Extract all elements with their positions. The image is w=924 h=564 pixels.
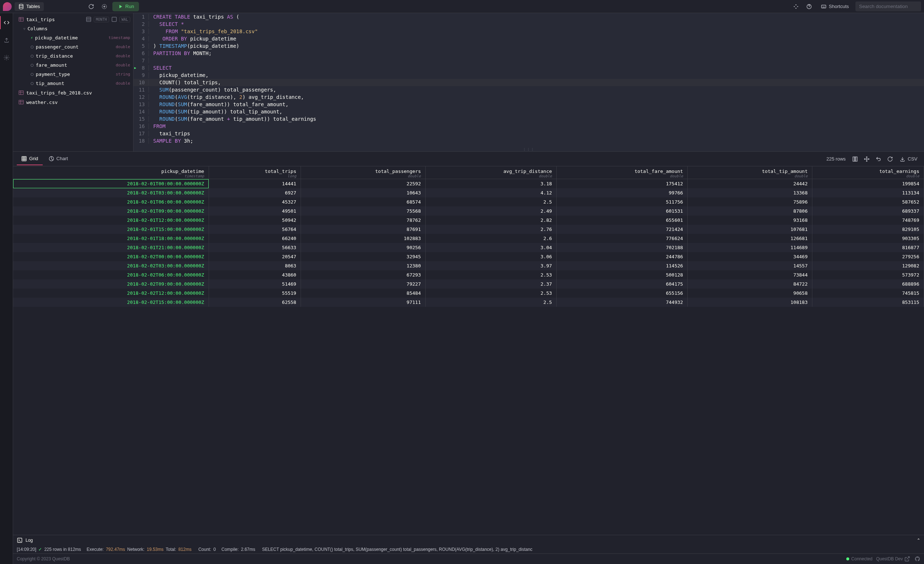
cell[interactable]: 721424 (556, 225, 688, 234)
github-icon[interactable] (915, 556, 920, 562)
col-header-total_fare_amount[interactable]: total_fare_amountdouble (556, 166, 688, 179)
table-row[interactable]: 2018-02-01T00:00:00.000000Z14441225923.1… (13, 179, 924, 189)
cell[interactable]: 2018-02-01T00:00:00.000000Z (13, 179, 208, 189)
editor-line[interactable]: 4 ORDER BY pickup_datetime (134, 35, 924, 42)
app-logo[interactable] (3, 2, 12, 11)
rail-settings[interactable] (0, 51, 13, 64)
column-passenger_count[interactable]: passenger_countdouble (13, 42, 133, 51)
table-row[interactable]: 2018-02-02T15:00:00.000000Z62558971112.5… (13, 298, 924, 307)
editor-line[interactable]: 13 ROUND(SUM(fare_amount)) total_fare_am… (134, 101, 924, 108)
cell[interactable]: 3.06 (425, 252, 556, 261)
cell[interactable]: 99766 (556, 188, 688, 197)
cell[interactable]: 745815 (812, 289, 924, 298)
cell[interactable]: 113134 (812, 188, 924, 197)
cell[interactable]: 56633 (208, 243, 301, 252)
table-row[interactable]: 2018-02-02T00:00:00.000000Z20547329453.0… (13, 252, 924, 261)
slack-button[interactable] (791, 2, 801, 12)
editor-line[interactable]: 5) TIMESTAMP(pickup_datetime) (134, 42, 924, 50)
cell[interactable]: 2018-02-02T00:00:00.000000Z (13, 252, 208, 261)
cell[interactable]: 2.6 (425, 234, 556, 243)
table-row[interactable]: 2018-02-01T21:00:00.000000Z56633902563.0… (13, 243, 924, 252)
table-weather-csv[interactable]: weather.csv (13, 98, 133, 107)
cell[interactable]: 2.49 (425, 207, 556, 216)
cell[interactable]: 56764 (208, 225, 301, 234)
cell[interactable]: 3.04 (425, 243, 556, 252)
cell[interactable]: 66240 (208, 234, 301, 243)
cell[interactable]: 2018-02-01T03:00:00.000000Z (13, 188, 208, 197)
sql-editor[interactable]: 1CREATE TABLE taxi_trips AS (2 SELECT *3… (134, 13, 924, 152)
cell[interactable]: 2018-02-01T15:00:00.000000Z (13, 225, 208, 234)
table-taxi-trips[interactable]: taxi_trips MONTH WAL (13, 15, 133, 24)
cell[interactable]: 2018-02-01T18:00:00.000000Z (13, 234, 208, 243)
cell[interactable]: 93168 (688, 216, 812, 225)
table-row[interactable]: 2018-02-02T06:00:00.000000Z43860672932.5… (13, 270, 924, 279)
editor-line[interactable]: 18SAMPLE BY 3h; (134, 137, 924, 144)
col-header-avg_trip_distance[interactable]: avg_trip_distancedouble (425, 166, 556, 179)
editor-line[interactable]: ▶8SELECT (134, 64, 924, 72)
cell[interactable]: 34469 (688, 252, 812, 261)
table-row[interactable]: 2018-02-02T12:00:00.000000Z55519854842.5… (13, 289, 924, 298)
rail-editor[interactable] (0, 16, 13, 29)
cell[interactable]: 2018-02-01T12:00:00.000000Z (13, 216, 208, 225)
cell[interactable]: 12380 (301, 261, 426, 270)
cell[interactable]: 2018-02-02T06:00:00.000000Z (13, 270, 208, 279)
cell[interactable]: 3.97 (425, 261, 556, 270)
cell[interactable]: 2.53 (425, 289, 556, 298)
cell[interactable]: 55519 (208, 289, 301, 298)
table-row[interactable]: 2018-02-02T03:00:00.000000Z8063123803.97… (13, 261, 924, 270)
undo-button[interactable] (873, 154, 884, 164)
dev-link[interactable]: QuestDB Dev (876, 556, 903, 561)
cell[interactable]: 688896 (812, 279, 924, 289)
shortcuts-button[interactable]: Shortcuts (817, 2, 852, 11)
cell[interactable]: 20547 (208, 252, 301, 261)
csv-button[interactable]: CSV (897, 154, 920, 164)
cell[interactable]: 2.76 (425, 225, 556, 234)
cell[interactable]: 87806 (688, 207, 812, 216)
cell[interactable]: 511756 (556, 197, 688, 207)
tables-dropdown[interactable]: Tables (15, 2, 44, 11)
cell[interactable]: 175412 (556, 179, 688, 189)
table-row[interactable]: 2018-02-02T09:00:00.000000Z51469792272.3… (13, 279, 924, 289)
cell[interactable]: 10643 (301, 188, 426, 197)
rail-upload[interactable] (0, 34, 13, 47)
column-fare_amount[interactable]: fare_amountdouble (13, 60, 133, 70)
editor-line[interactable]: 7 (134, 57, 924, 64)
column-payment_type[interactable]: payment_typestring (13, 70, 133, 79)
cell[interactable]: 13368 (688, 188, 812, 197)
cell[interactable]: 3.18 (425, 179, 556, 189)
freeze-button[interactable] (850, 154, 860, 164)
table-row[interactable]: 2018-02-01T03:00:00.000000Z6927106434.12… (13, 188, 924, 197)
col-header-total_passengers[interactable]: total_passengersdouble (301, 166, 426, 179)
editor-line[interactable]: 9 pickup_datetime, (134, 72, 924, 79)
cell[interactable]: 244786 (556, 252, 688, 261)
log-toggle[interactable]: Log ⌃ (13, 535, 924, 545)
cell[interactable]: 8063 (208, 261, 301, 270)
cell[interactable]: 199854 (812, 179, 924, 189)
run-button[interactable]: Run (112, 2, 140, 11)
editor-line[interactable]: 10 COUNT() total_trips, (134, 79, 924, 86)
cell[interactable]: 67293 (301, 270, 426, 279)
cell[interactable]: 2018-02-01T06:00:00.000000Z (13, 197, 208, 207)
cell[interactable]: 102883 (301, 234, 426, 243)
cell[interactable]: 68574 (301, 197, 426, 207)
cell[interactable]: 2018-02-01T21:00:00.000000Z (13, 243, 208, 252)
cell[interactable]: 2018-02-02T09:00:00.000000Z (13, 279, 208, 289)
col-header-pickup_datetime[interactable]: pickup_datetimetimestamp (13, 166, 208, 179)
cell[interactable]: 85484 (301, 289, 426, 298)
col-header-total_earnings[interactable]: total_earningsdouble (812, 166, 924, 179)
cell[interactable]: 816877 (812, 243, 924, 252)
table-row[interactable]: 2018-02-01T09:00:00.000000Z49501755682.4… (13, 207, 924, 216)
cell[interactable]: 702188 (556, 243, 688, 252)
cell[interactable]: 2.82 (425, 216, 556, 225)
cell[interactable]: 14441 (208, 179, 301, 189)
editor-line[interactable]: 11 SUM(passenger_count) total_passengers… (134, 86, 924, 93)
cell[interactable]: 49501 (208, 207, 301, 216)
cell[interactable]: 903305 (812, 234, 924, 243)
editor-line[interactable]: 2 SELECT * (134, 20, 924, 28)
cell[interactable]: 62558 (208, 298, 301, 307)
table-taxi-trips-csv[interactable]: taxi_trips_feb_2018.csv (13, 88, 133, 98)
cell[interactable]: 601531 (556, 207, 688, 216)
cell[interactable]: 2.5 (425, 298, 556, 307)
cell[interactable]: 2018-02-01T09:00:00.000000Z (13, 207, 208, 216)
cell[interactable]: 6927 (208, 188, 301, 197)
